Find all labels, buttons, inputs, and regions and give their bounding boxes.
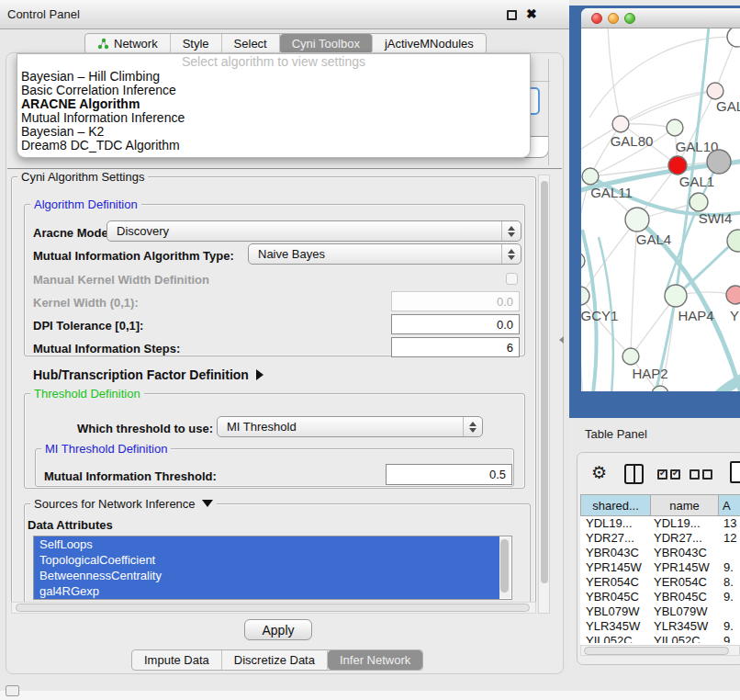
network-canvas-svg[interactable]: GALGAL80GAL10GAL1GAL11SWI4GAL4GCY1HAP4YH… <box>581 28 740 391</box>
document-icon[interactable] <box>730 461 740 483</box>
panel-title: Control Panel <box>7 7 80 21</box>
manual-kernel-width-checkbox[interactable] <box>506 273 518 285</box>
list-item[interactable]: TopologicalCoefficient <box>34 552 499 568</box>
column-header-name[interactable]: name <box>651 495 719 515</box>
network-node-label: GAL11 <box>590 185 633 200</box>
network-node[interactable] <box>581 287 589 305</box>
tab-infer-network[interactable]: Infer Network <box>328 650 422 670</box>
panel-splitter-arrow[interactable] <box>559 336 564 344</box>
data-attributes-list[interactable]: SelfLoops TopologicalCoefficient Between… <box>33 536 512 600</box>
mi-threshold-label: Mutual Information Threshold: <box>44 469 217 483</box>
dropdown-option[interactable]: Bayesian – K2 <box>17 125 530 139</box>
table-row[interactable]: YER054CYER054C8. <box>580 575 740 590</box>
network-window-titlebar[interactable] <box>581 8 740 28</box>
network-node[interactable] <box>707 83 723 99</box>
table-row[interactable]: YDR27...YDR27...12 <box>580 531 740 546</box>
close-icon[interactable]: ✖ <box>526 6 537 21</box>
control-panel: Control Panel ✖ Network Style Select Cyn… <box>0 0 569 673</box>
dropdown-option[interactable]: Basic Correlation Inference <box>17 84 530 97</box>
network-canvas[interactable]: GALGAL80GAL10GAL1GAL11SWI4GAL4GCY1HAP4YH… <box>581 28 740 391</box>
tab-label: Network <box>114 37 158 51</box>
tab-discretize-data[interactable]: Discretize Data <box>222 650 328 670</box>
gear-icon[interactable]: ⚙ <box>591 462 607 484</box>
list-item[interactable]: gal4RGexp <box>34 583 499 599</box>
network-node[interactable] <box>690 193 708 211</box>
network-node[interactable] <box>665 285 687 307</box>
select-all-checkboxes-icon[interactable] <box>657 469 680 480</box>
kernel-width-input[interactable]: 0.0 <box>391 291 520 311</box>
settings-horizontal-scrollbar[interactable] <box>11 602 536 614</box>
spinner-arrows-icon <box>463 417 482 436</box>
table-row[interactable]: YBR045CYBR045C9. <box>580 590 740 604</box>
spinner-arrows-icon <box>501 221 521 241</box>
tab-impute-data[interactable]: Impute Data <box>132 650 222 670</box>
tab-jactivemnodules[interactable]: jActiveMNodules <box>373 34 486 53</box>
hub-tf-definition-toggle[interactable]: Hub/Transcription Factor Definition <box>33 367 263 382</box>
app-window: Control Panel ✖ Network Style Select Cyn… <box>0 0 740 700</box>
column-header-shared-name[interactable]: shared... <box>581 495 651 515</box>
list-item[interactable]: SelfLoops <box>34 536 499 552</box>
network-node[interactable] <box>622 348 639 365</box>
hub-tf-definition-label: Hub/Transcription Factor Definition <box>33 367 249 382</box>
dropdown-placeholder: Select algorithm to view settings <box>17 54 530 70</box>
deselect-all-checkboxes-icon[interactable] <box>690 469 712 480</box>
dropdown-option[interactable]: Bayesian – Hill Climbing <box>17 70 530 84</box>
network-node-label: GAL80 <box>611 133 654 149</box>
tab-cyni-toolbox[interactable]: Cyni Toolbox <box>280 34 373 53</box>
column-header-partial[interactable]: A <box>719 495 740 515</box>
tab-select[interactable]: Select <box>222 34 280 53</box>
network-node[interactable] <box>625 208 649 231</box>
dpi-tolerance-label: DPI Tolerance [0,1]: <box>33 319 143 333</box>
network-node[interactable] <box>667 119 683 136</box>
mi-steps-input[interactable]: 6 <box>391 337 520 357</box>
dropdown-option[interactable]: Mutual Information Inference <box>17 111 530 125</box>
network-node[interactable] <box>581 253 585 269</box>
table-row[interactable]: YIL052CYIL052C9 <box>580 634 740 643</box>
attribute-list-scrollbar[interactable] <box>499 537 510 598</box>
network-node[interactable] <box>727 28 740 47</box>
sources-group-title[interactable]: Sources for Network Inference <box>30 497 217 511</box>
split-columns-icon[interactable] <box>624 464 644 484</box>
network-node[interactable] <box>668 156 687 175</box>
table-row[interactable]: YLR345WYLR345W9. <box>580 619 740 634</box>
network-node[interactable] <box>612 116 629 132</box>
which-threshold-select[interactable]: MI Threshold <box>217 416 483 437</box>
aracne-mode-select[interactable]: Discovery <box>107 220 521 242</box>
dpi-tolerance-input[interactable]: 0.0 <box>391 314 520 334</box>
table-horizontal-scrollbar[interactable] <box>580 645 740 656</box>
network-node[interactable] <box>727 230 740 252</box>
minimized-panel-icon[interactable] <box>6 685 19 696</box>
apply-button[interactable]: Apply <box>244 619 312 640</box>
close-traffic-light-icon[interactable] <box>591 13 602 24</box>
tab-network[interactable]: Network <box>85 34 171 53</box>
zoom-traffic-light-icon[interactable] <box>624 13 635 24</box>
hidden-groupbox-edge <box>548 59 549 165</box>
table-row[interactable]: YBL079WYBL079W <box>580 604 740 619</box>
network-node[interactable] <box>707 150 731 174</box>
collapse-down-icon <box>202 500 213 507</box>
network-edge[interactable] <box>581 296 631 356</box>
group-title: Algorithm Definition <box>30 198 141 211</box>
separator-line <box>7 168 562 169</box>
table-row[interactable]: YDL19...YDL19...13 <box>580 516 740 531</box>
dropdown-option[interactable]: Dream8 DC_TDC Algorithm <box>17 139 530 152</box>
manual-kernel-width-label: Manual Kernel Width Definition <box>33 273 209 287</box>
minimize-traffic-light-icon[interactable] <box>608 13 619 24</box>
float-panel-icon[interactable] <box>507 10 517 20</box>
dropdown-option-aracne[interactable]: ARACNE Algorithm <box>17 97 530 111</box>
network-node[interactable] <box>582 168 599 185</box>
table-header-row: shared... name A <box>580 494 740 516</box>
network-edge[interactable] <box>608 28 621 124</box>
which-threshold-value: MI Threshold <box>227 420 297 434</box>
network-node-label: GCY1 <box>581 308 618 323</box>
tab-style[interactable]: Style <box>171 34 222 53</box>
list-item[interactable]: BetweennessCentrality <box>34 568 499 583</box>
network-node[interactable] <box>726 286 740 304</box>
table-row[interactable]: YPR145WYPR145W9. <box>580 560 740 575</box>
which-threshold-label: Which threshold to use: <box>77 422 213 435</box>
mi-threshold-input[interactable]: 0.5 <box>386 464 512 485</box>
mi-algorithm-type-select[interactable]: Naive Bayes <box>248 243 521 265</box>
table-row[interactable]: YBR043CYBR043C <box>580 546 740 560</box>
network-node-label: Y <box>730 308 739 323</box>
settings-vertical-scrollbar[interactable] <box>538 175 550 614</box>
